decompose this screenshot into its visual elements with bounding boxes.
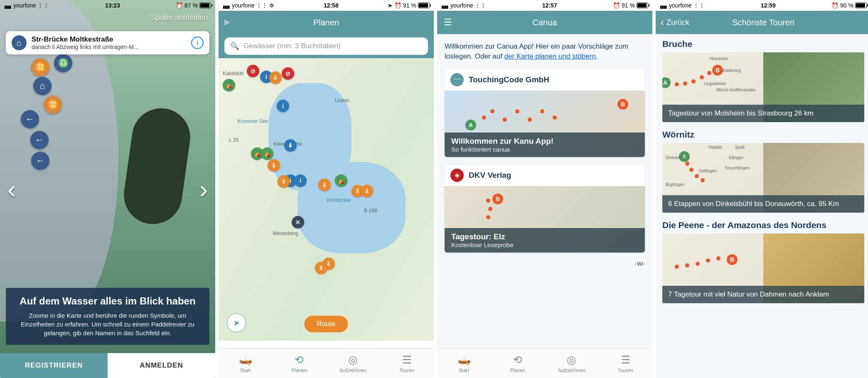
poi-camp-icon[interactable]: ⛺ [335,174,347,187]
loading-icon: ✲ [269,2,274,9]
publisher-card[interactable]: ◈ DKV Verlag B Tagestour: Elz Kostenlose… [445,164,645,253]
poi-info-icon[interactable]: i [294,174,307,187]
search-box[interactable]: 🔍 [224,37,428,55]
status-bar: yourfone ⋮⋮ 12:59 ⏰90 % [656,0,868,11]
tab-planen[interactable]: ⟲Planen [273,349,327,378]
map-pin-arrow[interactable]: ← [21,110,39,128]
onboarding-body: Zoome in die Karte und berühre die runde… [14,311,201,337]
tab-start[interactable]: 🛶Start [219,349,273,378]
screen-canua-home: yourfone ⋮⋮ 12:57 ⏰91 % ☰ Canua Willkomm… [437,0,652,378]
chevron-left-icon: ‹ [661,17,664,28]
intro-text: Willkommen zur Canua App! Hier ein paar … [445,42,645,61]
tab-touren[interactable]: ☰Touren [599,349,653,378]
route-end-marker: B [727,254,738,265]
onboarding-caption: Auf dem Wasser alles im Blick haben Zoom… [6,288,209,345]
publisher-logo-icon: 〰 [450,73,464,86]
content-scroll[interactable]: Willkommen zur Canua App! Hier ein paar … [437,34,652,346]
record-icon: ◎ [348,353,358,366]
poi-portage-icon[interactable]: ⇩ [268,159,280,172]
locate-me-button[interactable]: ➤ [227,313,246,332]
poi-info-card[interactable]: ⌂ Str-Brücke Moltkestraße danach li Abzw… [6,31,209,54]
map-pin[interactable]: ♊ [44,96,62,114]
poi-portage-icon[interactable]: ⇩ [318,179,331,191]
route-button[interactable]: Route [304,316,348,332]
carrier-label: yourfone [450,2,473,9]
status-bar: yourfone ⋮⋮ 12:57 ⏰91 % [437,0,652,11]
tab-planen[interactable]: ⟲Planen [491,349,545,378]
publisher-hero[interactable]: A B Willkommen zur Kanu App! So funktion… [445,91,645,157]
auth-footer: REGISTRIEREN ANMELDEN [0,353,215,378]
poi-portage-icon[interactable]: ⇩ [315,262,327,274]
tab-bar: 🛶Start ⟲Planen ◎Aufzeichnen ☰Touren [437,348,652,378]
filter-sliders-icon[interactable]: ⫸ [224,18,231,27]
location-icon: ➤ [388,2,393,9]
publisher-name: DKV Verlag [469,171,511,180]
prev-slide-button[interactable]: ‹ [3,172,20,206]
tab-start[interactable]: 🛶Start [437,349,491,378]
poi-portage-icon[interactable]: ⇩ [361,185,373,197]
content-scroll[interactable]: Bruche A B Hœnheim Strasbourg Lingolshei… [656,34,868,378]
tab-aufzeichnen[interactable]: ◎Aufzeichnen [326,349,380,378]
battery-pct: 91 % [403,2,416,9]
map-pins: ♎ ♊ ⌂ ♊ ← ← ← [8,54,165,274]
signal-icon [4,3,12,8]
intro-map-link[interactable]: der Karte planen und stöbern [504,52,596,60]
poi-down-icon[interactable]: ⬇ [284,139,297,152]
poi-info-icon[interactable]: i [277,100,289,112]
tour-title: Bruche [662,39,864,49]
register-button[interactable]: REGISTRIEREN [0,353,108,378]
map-pin[interactable]: ♎ [54,54,72,72]
carrier-label: yourfone [232,2,254,9]
poi-title: Str-Brücke Moltkestraße [32,35,186,44]
publisher-hero[interactable]: B Tagestour: Elz Kostenlose Leseprobe [445,186,645,253]
battery-icon [855,2,867,8]
tour-item[interactable]: Die Peene - der Amazonas des Nordens B 7… [662,220,864,303]
tour-item[interactable]: Bruche A B Hœnheim Strasbourg Lingolshei… [662,39,864,122]
map-pin-arrow[interactable]: ← [30,131,49,149]
skip-login-button[interactable]: Später anmelden [151,13,208,22]
map-label: Userin [335,98,349,103]
poi-no-entry-icon[interactable]: ⊘ [282,67,294,80]
hint-text: -W- [445,260,645,267]
search-icon: 🔍 [230,42,239,51]
map-pin-arrow[interactable]: ← [31,152,49,170]
map-pin[interactable]: ♊ [31,58,49,76]
search-input[interactable] [243,42,422,50]
onboarding-heading: Auf dem Wasser alles im Blick haben [14,295,201,307]
poi-camp-icon[interactable]: ⛺ [223,79,235,91]
tour-item[interactable]: Wörnitz A Stadeln Spalt Dinkelsbühl Elli… [662,130,864,213]
back-button[interactable]: ‹Zurück [661,17,689,28]
carrier-label: yourfone [13,2,36,9]
poi-camp-icon[interactable]: ⛺ [261,147,273,160]
info-icon[interactable]: i [191,37,204,49]
card-subtitle: So funktioniert canua [451,146,638,153]
tour-card[interactable]: A Stadeln Spalt Dinkelsbühl Ellingen Tre… [662,143,864,213]
tab-touren[interactable]: ☰Touren [380,349,434,378]
clock: 12:57 [542,2,557,9]
poi-portage-icon[interactable]: ⇩ [278,175,290,188]
login-button[interactable]: ANMELDEN [108,353,215,378]
signal-icon [660,3,667,8]
wifi-icon: ⋮⋮ [37,2,49,9]
tour-card[interactable]: A B Hœnheim Strasbourg Lingolsheim Illki… [662,52,864,122]
tab-aufzeichnen[interactable]: ◎Aufzeichnen [545,349,599,378]
screen-touren-list: yourfone ⋮⋮ 12:59 ⏰90 % ‹Zurück Schönste… [656,0,868,378]
map-view[interactable]: Userin Wesenberg Krummer See Woblitzsee … [219,58,434,341]
tour-card[interactable]: B 7 Tagetour mit viel Natur von Dahmen n… [662,233,864,303]
poi-food-icon[interactable]: ✕ [292,216,304,228]
wifi-icon: ⋮⋮ [693,2,705,9]
map-pin[interactable]: ⌂ [33,77,52,95]
poi-no-entry-icon[interactable]: ⊘ [247,65,259,77]
menu-icon[interactable]: ☰ [444,17,452,28]
wifi-icon: ⋮⋮ [475,2,486,9]
alarm-icon: ⏰ [394,2,401,9]
poi-portage-icon[interactable]: ⇩ [269,71,282,84]
next-slide-button[interactable]: › [195,172,212,206]
publisher-card[interactable]: 〰 TouchingCode GmbH A B Willkommen zur K… [445,69,645,157]
battery-pct: 87 % [184,2,198,9]
map-label: Kakeldütt [223,71,243,76]
card-title: Tagestour: Elz [451,232,638,241]
map-label: B 198 [364,208,377,214]
route-end-marker: B [617,99,628,110]
header: ☰ Canua [437,11,652,34]
